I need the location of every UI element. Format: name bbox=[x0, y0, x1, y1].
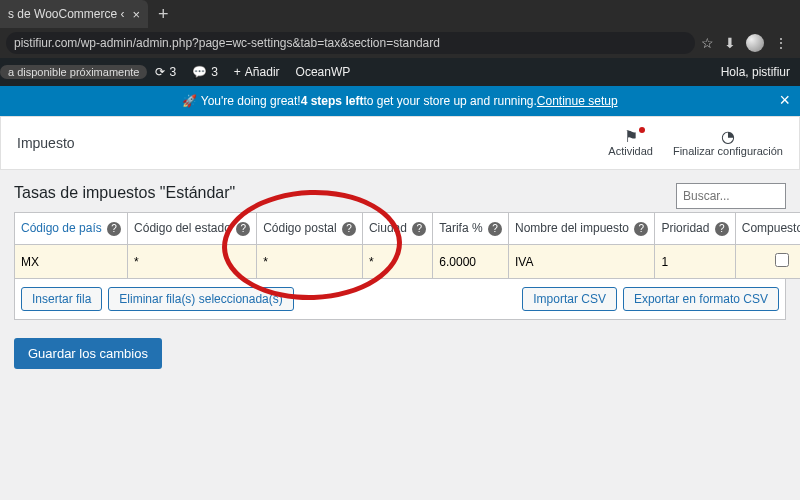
url-text: pistifiur.com/wp-admin/admin.php?page=wc… bbox=[14, 36, 440, 50]
help-icon[interactable]: ? bbox=[342, 222, 356, 236]
col-postal: Código postal ? bbox=[257, 213, 363, 245]
col-city: Ciudad ? bbox=[362, 213, 432, 245]
col-name: Nombre del impuesto ? bbox=[508, 213, 654, 245]
finish-label: Finalizar configuración bbox=[673, 145, 783, 157]
activity-button[interactable]: ⚑ Actividad bbox=[608, 129, 653, 157]
help-icon[interactable]: ? bbox=[634, 222, 648, 236]
tab-title: s de WooCommerce ‹ bbox=[8, 7, 124, 21]
help-icon[interactable]: ? bbox=[107, 222, 121, 236]
cell-city[interactable] bbox=[369, 255, 426, 269]
comment-icon: 💬 bbox=[192, 65, 207, 79]
browser-chrome: s de WooCommerce ‹ × + pistifiur.com/wp-… bbox=[0, 0, 800, 58]
help-icon[interactable]: ? bbox=[715, 222, 729, 236]
remove-rows-button[interactable]: Eliminar fila(s) seleccionada(s) bbox=[108, 287, 293, 311]
cell-country[interactable] bbox=[21, 255, 121, 269]
cell-postal[interactable] bbox=[263, 255, 356, 269]
content-area: Tasas de impuestos "Estándar" Código de … bbox=[0, 170, 800, 379]
notification-dot-icon bbox=[639, 127, 645, 133]
save-button[interactable]: Guardar los cambios bbox=[14, 338, 162, 369]
add-label: Añadir bbox=[245, 65, 280, 79]
table-row[interactable] bbox=[15, 245, 801, 279]
close-icon[interactable]: × bbox=[132, 7, 140, 22]
flag-icon: ⚑ bbox=[624, 129, 638, 145]
download-icon[interactable]: ⬇ bbox=[724, 35, 736, 51]
import-csv-button[interactable]: Importar CSV bbox=[522, 287, 617, 311]
continue-setup-link[interactable]: Continue setup bbox=[537, 94, 618, 108]
cell-name[interactable] bbox=[515, 255, 648, 269]
insert-row-button[interactable]: Insertar fila bbox=[21, 287, 102, 311]
setup-banner: 🚀 You're doing great! 4 steps left to ge… bbox=[0, 86, 800, 116]
help-icon[interactable]: ? bbox=[236, 222, 250, 236]
new-tab-button[interactable]: + bbox=[148, 4, 179, 25]
page-title: Impuesto bbox=[17, 135, 588, 151]
help-icon[interactable]: ? bbox=[412, 222, 426, 236]
comment-count: 3 bbox=[211, 65, 218, 79]
refresh-icon: ⟳ bbox=[155, 65, 165, 79]
export-csv-button[interactable]: Exportar en formato CSV bbox=[623, 287, 779, 311]
search-input[interactable] bbox=[676, 183, 786, 209]
menu-icon[interactable]: ⋮ bbox=[774, 35, 788, 51]
user-greeting[interactable]: Hola, pistifiur bbox=[713, 65, 800, 79]
rocket-icon: 🚀 bbox=[182, 94, 197, 108]
refresh-count: 3 bbox=[169, 65, 176, 79]
tax-rates-table: Código de país ? Código del estado ? Cód… bbox=[14, 212, 800, 279]
cell-compound-checkbox[interactable] bbox=[775, 253, 789, 267]
profile-avatar-icon[interactable] bbox=[746, 34, 764, 52]
cell-priority[interactable] bbox=[661, 255, 728, 269]
close-icon[interactable]: × bbox=[779, 90, 790, 111]
clock-icon: ◔ bbox=[721, 129, 735, 145]
comments-item[interactable]: 💬 3 bbox=[184, 65, 226, 79]
col-compound: Compuesto ? bbox=[735, 213, 800, 245]
table-actions: Insertar fila Eliminar fila(s) seleccion… bbox=[14, 279, 786, 320]
finish-setup-button[interactable]: ◔ Finalizar configuración bbox=[673, 129, 783, 157]
col-priority: Prioridad ? bbox=[655, 213, 735, 245]
col-rate: Tarifa % ? bbox=[433, 213, 509, 245]
banner-text-a: You're doing great! bbox=[201, 94, 301, 108]
plus-icon: + bbox=[234, 65, 241, 79]
table-header-row: Código de país ? Código del estado ? Cód… bbox=[15, 213, 801, 245]
banner-text-b: 4 steps left bbox=[301, 94, 364, 108]
star-icon[interactable]: ☆ bbox=[701, 35, 714, 51]
coming-soon-badge[interactable]: a disponible próximamente bbox=[0, 65, 147, 79]
theme-item[interactable]: OceanWP bbox=[288, 65, 359, 79]
browser-tabbar: s de WooCommerce ‹ × + bbox=[0, 0, 800, 28]
col-country[interactable]: Código de país ? bbox=[15, 213, 128, 245]
banner-text-c: to get your store up and running. bbox=[363, 94, 536, 108]
section-heading: Tasas de impuestos "Estándar" bbox=[14, 180, 676, 212]
browser-toolbar: pistifiur.com/wp-admin/admin.php?page=wc… bbox=[0, 28, 800, 58]
page-header-card: Impuesto ⚑ Actividad ◔ Finalizar configu… bbox=[0, 116, 800, 170]
col-state: Código del estado ? bbox=[128, 213, 257, 245]
wp-admin-bar: a disponible próximamente ⟳ 3 💬 3 + Añad… bbox=[0, 58, 800, 86]
cell-state[interactable] bbox=[134, 255, 250, 269]
browser-tab[interactable]: s de WooCommerce ‹ × bbox=[0, 0, 148, 28]
greeting-text: Hola, pistifiur bbox=[721, 65, 790, 79]
cell-rate[interactable] bbox=[439, 255, 502, 269]
refresh-item[interactable]: ⟳ 3 bbox=[147, 65, 184, 79]
url-bar[interactable]: pistifiur.com/wp-admin/admin.php?page=wc… bbox=[6, 32, 695, 54]
activity-label: Actividad bbox=[608, 145, 653, 157]
add-new-item[interactable]: + Añadir bbox=[226, 65, 288, 79]
help-icon[interactable]: ? bbox=[488, 222, 502, 236]
